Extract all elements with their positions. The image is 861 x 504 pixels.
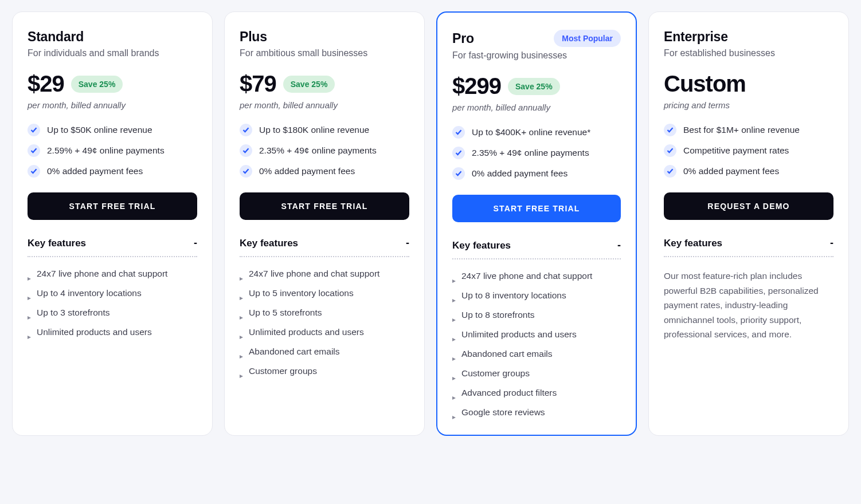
svg-marker-1 xyxy=(28,297,31,300)
highlight-text: Up to $400K+ online revenue* xyxy=(472,127,590,137)
caret-icon xyxy=(452,411,456,415)
caret-icon xyxy=(240,292,243,296)
feature-item: Unlimited products and users xyxy=(28,327,197,337)
plan-header: Plus For ambitious small businesses xyxy=(240,29,409,58)
feature-text: Up to 5 storefronts xyxy=(249,308,322,318)
highlight-item: 0% added payment fees xyxy=(28,165,197,178)
plan-price: $79 xyxy=(240,71,276,97)
feature-item: Abandoned cart emails xyxy=(240,346,409,357)
svg-marker-3 xyxy=(28,336,31,339)
svg-marker-6 xyxy=(240,316,243,320)
check-icon xyxy=(28,165,40,178)
most-popular-badge: Most Popular xyxy=(554,30,621,47)
collapse-icon: - xyxy=(194,237,197,249)
start-free-trial-button[interactable]: START FREE TRIAL xyxy=(452,195,621,222)
svg-marker-7 xyxy=(240,336,243,339)
svg-marker-17 xyxy=(452,416,456,419)
collapse-icon: - xyxy=(830,237,833,249)
feature-item: Up to 4 inventory locations xyxy=(28,288,197,298)
caret-icon xyxy=(28,331,31,334)
highlight-item: 0% added payment fees xyxy=(452,167,621,180)
key-features-toggle[interactable]: Key features - xyxy=(452,239,621,259)
feature-item: Up to 3 storefronts xyxy=(28,308,197,318)
start-free-trial-button[interactable]: START FREE TRIAL xyxy=(240,192,409,220)
key-features-toggle[interactable]: Key features - xyxy=(664,237,833,257)
key-features-toggle[interactable]: Key features - xyxy=(28,237,197,257)
feature-text: Customer groups xyxy=(461,368,530,379)
plan-subtitle: For established businesses xyxy=(664,48,833,58)
highlight-item: Competitive payment rates xyxy=(664,144,833,157)
highlight-text: 2.35% + 49¢ online payments xyxy=(472,148,589,158)
caret-icon xyxy=(452,314,456,317)
feature-item: 24x7 live phone and chat support xyxy=(240,269,409,279)
key-features-label: Key features xyxy=(452,240,511,251)
feature-item: Unlimited products and users xyxy=(452,329,621,340)
plan-price-custom: Custom xyxy=(664,71,746,97)
plan-enterprise: Enterprise For established businesses Cu… xyxy=(648,11,849,436)
billing-note: pricing and terms xyxy=(664,100,833,110)
svg-marker-0 xyxy=(28,277,31,281)
request-demo-button[interactable]: REQUEST A DEMO xyxy=(664,192,833,220)
plan-subtitle: For fast-growing businesses xyxy=(452,50,621,61)
feature-text: Up to 8 inventory locations xyxy=(461,290,566,301)
billing-note: per month, billed annually xyxy=(452,103,621,112)
plan-header: Standard For individuals and small brand… xyxy=(28,29,197,58)
feature-item: Google store reviews xyxy=(452,407,621,418)
caret-icon xyxy=(28,312,31,315)
highlight-text: 0% added payment fees xyxy=(472,168,568,179)
billing-note: per month, billed annually xyxy=(240,100,409,110)
key-features-label: Key features xyxy=(664,238,722,249)
feature-text: Up to 8 storefronts xyxy=(461,310,535,320)
billing-note: per month, billed annually xyxy=(28,100,197,110)
feature-item: Abandoned cart emails xyxy=(452,349,621,359)
plan-title: Enterprise xyxy=(664,29,728,45)
caret-icon xyxy=(452,372,456,376)
feature-item: Unlimited products and users xyxy=(240,327,409,337)
check-icon xyxy=(452,147,465,159)
key-features-toggle[interactable]: Key features - xyxy=(240,237,409,257)
caret-icon xyxy=(452,353,456,356)
feature-text: Up to 4 inventory locations xyxy=(37,288,142,298)
caret-icon xyxy=(28,273,31,276)
highlight-item: 2.35% + 49¢ online payments xyxy=(452,147,621,159)
plan-pro: Pro Most Popular For fast-growing busine… xyxy=(436,11,637,436)
start-free-trial-button[interactable]: START FREE TRIAL xyxy=(28,192,197,220)
highlight-text: Up to $50K online revenue xyxy=(47,125,152,135)
caret-icon xyxy=(240,351,243,354)
check-icon xyxy=(28,124,40,136)
check-icon xyxy=(664,124,676,136)
check-icon xyxy=(664,144,676,157)
feature-text: Unlimited products and users xyxy=(249,327,364,337)
caret-icon xyxy=(452,392,456,395)
highlight-text: Competitive payment rates xyxy=(683,145,789,156)
highlight-item: Up to $180K online revenue xyxy=(240,124,409,136)
highlight-text: 0% added payment fees xyxy=(259,166,355,176)
check-icon xyxy=(28,144,40,157)
feature-text: Google store reviews xyxy=(461,407,545,418)
save-badge: Save 25% xyxy=(508,78,560,95)
svg-marker-13 xyxy=(452,338,456,341)
plan-title: Plus xyxy=(240,29,267,45)
feature-text: Advanced product filters xyxy=(461,388,557,398)
feature-item: Up to 8 storefronts xyxy=(452,310,621,320)
plan-subtitle: For ambitious small businesses xyxy=(240,48,409,58)
highlight-item: 0% added payment fees xyxy=(664,165,833,178)
feature-text: Customer groups xyxy=(249,366,317,376)
plan-highlights: Up to $180K online revenue 2.35% + 49¢ o… xyxy=(240,124,409,178)
save-badge: Save 25% xyxy=(71,76,123,93)
highlight-item: Up to $400K+ online revenue* xyxy=(452,126,621,139)
feature-text: 24x7 live phone and chat support xyxy=(37,269,167,279)
plan-plus: Plus For ambitious small businesses $79 … xyxy=(224,11,425,436)
check-icon xyxy=(240,144,252,157)
highlight-item: 2.35% + 49¢ online payments xyxy=(240,144,409,157)
collapse-icon: - xyxy=(406,237,409,249)
svg-marker-2 xyxy=(28,316,31,320)
feature-text: Unlimited products and users xyxy=(37,327,152,337)
feature-text: 24x7 live phone and chat support xyxy=(461,271,592,281)
svg-marker-14 xyxy=(452,357,456,361)
highlight-text: Best for $1M+ online revenue xyxy=(683,125,800,135)
caret-icon xyxy=(240,370,243,373)
key-features-label: Key features xyxy=(28,238,86,249)
plan-highlights: Up to $400K+ online revenue* 2.35% + 49¢… xyxy=(452,126,621,180)
pricing-grid: Standard For individuals and small brand… xyxy=(12,11,849,436)
